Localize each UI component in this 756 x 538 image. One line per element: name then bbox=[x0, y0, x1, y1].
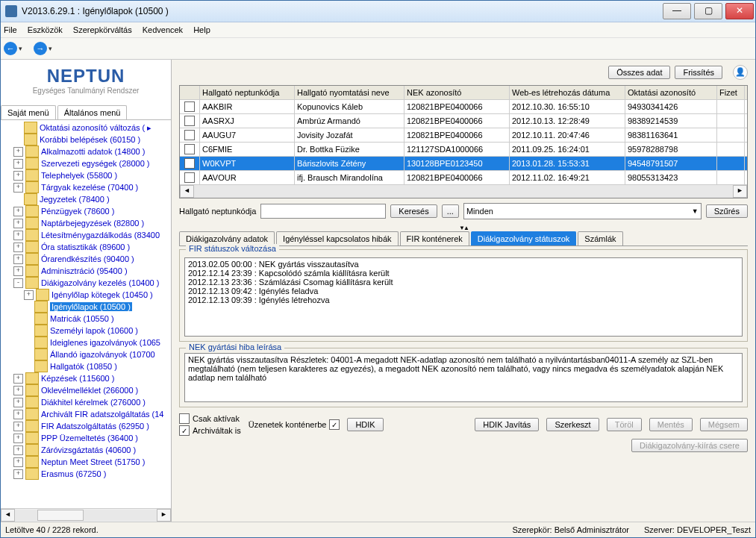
grid-hscrollbar[interactable]: ◄ ► bbox=[180, 185, 747, 198]
edit-button[interactable]: Szerkeszt bbox=[546, 418, 599, 431]
tree-node[interactable]: +Naptárbejegyzések (82800 ) bbox=[1, 217, 171, 229]
back-dropdown[interactable]: ▾ bbox=[19, 45, 26, 52]
tree-node[interactable]: +Óra statisztikák (89600 ) bbox=[1, 241, 171, 253]
tree-node[interactable]: +Szervezeti egységek (28000 ) bbox=[1, 157, 171, 169]
minimize-button[interactable]: — bbox=[663, 3, 691, 19]
only-active-checkbox[interactable]: Csak aktívak bbox=[179, 413, 241, 424]
tree-node[interactable]: +PPP Üzemeltetés (36400 ) bbox=[1, 432, 171, 444]
splitter[interactable]: ▼▲ bbox=[172, 224, 755, 231]
error-text[interactable]: NEK gyártás visszautasítva Részletek: 04… bbox=[184, 353, 743, 402]
nav-tree[interactable]: Oktatási azonosító változás ( ▸Korábbi b… bbox=[1, 120, 171, 508]
expand-icon[interactable]: + bbox=[13, 171, 23, 181]
filter-dropdown[interactable]: Minden ▼ bbox=[463, 203, 702, 219]
expand-icon[interactable]: + bbox=[13, 159, 23, 169]
grid-scroll-left-icon[interactable]: ◄ bbox=[180, 185, 194, 198]
table-row[interactable]: AAKBIRKopunovics Káleb120821BPE040006620… bbox=[180, 100, 747, 114]
filter-button[interactable]: Szűrés bbox=[706, 204, 748, 218]
col-name[interactable]: Hallgató nyomtatási neve bbox=[295, 86, 404, 99]
expand-icon[interactable]: + bbox=[13, 398, 23, 407]
table-row[interactable]: AASRXJAmbrúz Armandó120821BPE04000662012… bbox=[180, 114, 747, 128]
tree-node[interactable]: Állandó igazolványok (10700 bbox=[1, 348, 171, 360]
help-icon[interactable]: 👤 bbox=[733, 65, 748, 80]
back-button[interactable]: ← bbox=[4, 42, 17, 55]
row-checkbox[interactable] bbox=[184, 158, 195, 169]
tab-general-menu[interactable]: Általános menü bbox=[57, 105, 128, 119]
tree-node[interactable]: +Archivált FIR adatszolgáltatás (14 bbox=[1, 408, 171, 420]
row-checkbox[interactable] bbox=[184, 116, 195, 126]
expand-icon[interactable]: + bbox=[13, 374, 23, 384]
menu-tools[interactable]: Eszközök bbox=[28, 25, 63, 34]
tab-errors[interactable]: Igényléssel kapcsolatos hibák bbox=[276, 231, 399, 245]
tab-statuses[interactable]: Diákigazolvány státuszok bbox=[471, 231, 577, 245]
tab-own-menu[interactable]: Saját menü bbox=[1, 105, 56, 119]
tree-node[interactable]: +Oklevélmelléklet (266000 ) bbox=[1, 384, 171, 396]
expand-icon[interactable]: + bbox=[13, 469, 23, 479]
expand-icon[interactable]: + bbox=[13, 254, 23, 264]
expand-icon[interactable]: + bbox=[13, 147, 23, 157]
scroll-left-icon[interactable]: ◄ bbox=[1, 509, 15, 522]
browse-button[interactable]: ... bbox=[442, 204, 459, 218]
search-button[interactable]: Keresés bbox=[390, 204, 437, 218]
tree-node[interactable]: +Erasmus (67250 ) bbox=[1, 468, 171, 480]
tree-node[interactable]: Igénylőlapok (10500 ) bbox=[1, 301, 171, 313]
expand-icon[interactable]: + bbox=[13, 434, 23, 443]
tree-node[interactable]: +Tárgyak kezelése (70400 ) bbox=[1, 181, 171, 193]
expand-icon[interactable]: - bbox=[13, 278, 23, 288]
table-row[interactable]: C6FMIEDr. Bottka Füzike121127SDA10000662… bbox=[180, 143, 747, 157]
all-data-button[interactable]: Összes adat bbox=[608, 66, 670, 79]
forward-dropdown[interactable]: ▾ bbox=[49, 45, 56, 52]
tree-node[interactable]: +Záróvizsgáztatás (40600 ) bbox=[1, 444, 171, 456]
tree-node[interactable]: +FIR Adatszolgáltatás (62950 ) bbox=[1, 420, 171, 432]
expand-icon[interactable]: + bbox=[13, 410, 23, 419]
table-row[interactable]: AAUGU7Jovisity Jozafát120821BPE040006620… bbox=[180, 128, 747, 143]
tree-node[interactable]: Jegyzetek (78400 ) bbox=[1, 193, 171, 205]
menu-help[interactable]: Help bbox=[193, 25, 210, 34]
tree-node[interactable]: Korábbi belépések (60150 ) bbox=[1, 134, 171, 146]
col-neptun[interactable]: Hallgató neptunkódja bbox=[200, 86, 295, 99]
archived-checkbox[interactable]: ✓Archiváltak is bbox=[179, 425, 241, 436]
tree-node[interactable]: +Diákhitel kérelmek (276000 ) bbox=[1, 396, 171, 408]
col-nek[interactable]: NEK azonosító bbox=[404, 86, 510, 99]
tree-node[interactable]: Ideiglenes igazolványok (1065 bbox=[1, 337, 171, 348]
tab-containers[interactable]: FIR konténerek bbox=[400, 231, 469, 245]
row-checkbox[interactable] bbox=[184, 144, 195, 154]
tree-node[interactable]: +Órarendkészítés (90400 ) bbox=[1, 253, 171, 265]
tree-node[interactable]: -Diákigazolvány kezelés (10400 ) bbox=[1, 277, 171, 289]
maximize-button[interactable]: ▢ bbox=[694, 3, 722, 19]
expand-icon[interactable]: + bbox=[13, 243, 23, 252]
data-grid[interactable]: Hallgató neptunkódja Hallgató nyomtatási… bbox=[179, 85, 748, 198]
menu-favorites[interactable]: Kedvencek bbox=[143, 25, 183, 34]
forward-button[interactable]: → bbox=[34, 42, 47, 55]
scroll-right-icon[interactable]: ► bbox=[157, 509, 171, 522]
row-checkbox[interactable] bbox=[184, 130, 195, 140]
tree-node[interactable]: +Alkalmazotti adatok (14800 ) bbox=[1, 146, 171, 157]
refresh-button[interactable]: Frissítés bbox=[675, 66, 722, 79]
tab-invoices[interactable]: Számlák bbox=[578, 231, 622, 245]
tree-node[interactable]: Oktatási azonosító változás ( ▸ bbox=[1, 122, 171, 134]
expand-icon[interactable]: + bbox=[24, 290, 34, 300]
tree-node[interactable]: +Létesítménygazdálkodás (83400 bbox=[1, 229, 171, 241]
status-log[interactable]: 2013.02.05 00:00 : NEK gyártás visszauta… bbox=[184, 257, 743, 337]
expand-icon[interactable]: + bbox=[13, 183, 23, 193]
close-button[interactable]: ✕ bbox=[725, 3, 754, 19]
tree-node[interactable]: +Igénylőlap kötegek (10450 ) bbox=[1, 289, 171, 301]
expand-icon[interactable]: + bbox=[13, 422, 23, 431]
expand-icon[interactable]: + bbox=[13, 457, 23, 467]
tree-node[interactable]: +Adminisztráció (95400 ) bbox=[1, 265, 171, 277]
menu-role[interactable]: Szerepkörváltás bbox=[73, 25, 132, 34]
row-checkbox[interactable] bbox=[184, 101, 195, 112]
expand-icon[interactable]: + bbox=[13, 386, 23, 395]
col-date[interactable]: Web-es létrehozás dátuma bbox=[510, 86, 625, 99]
hdik-button[interactable]: HDIK bbox=[347, 418, 383, 431]
tree-hscrollbar[interactable]: ◄ ► bbox=[1, 508, 171, 522]
search-input[interactable] bbox=[260, 204, 386, 219]
tree-node[interactable]: Személyi lapok (10600 ) bbox=[1, 325, 171, 337]
row-checkbox[interactable] bbox=[184, 172, 195, 183]
expand-icon[interactable]: + bbox=[13, 219, 23, 228]
expand-icon[interactable]: + bbox=[13, 207, 23, 216]
col-edu[interactable]: Oktatási azonosító bbox=[625, 86, 717, 99]
col-pay[interactable]: Fizet bbox=[717, 86, 745, 99]
tree-node[interactable]: Hallgatók (10850 ) bbox=[1, 360, 171, 372]
hdik-fix-button[interactable]: HDIK Javítás bbox=[475, 418, 539, 431]
tree-node[interactable]: Matricák (10550 ) bbox=[1, 313, 171, 325]
